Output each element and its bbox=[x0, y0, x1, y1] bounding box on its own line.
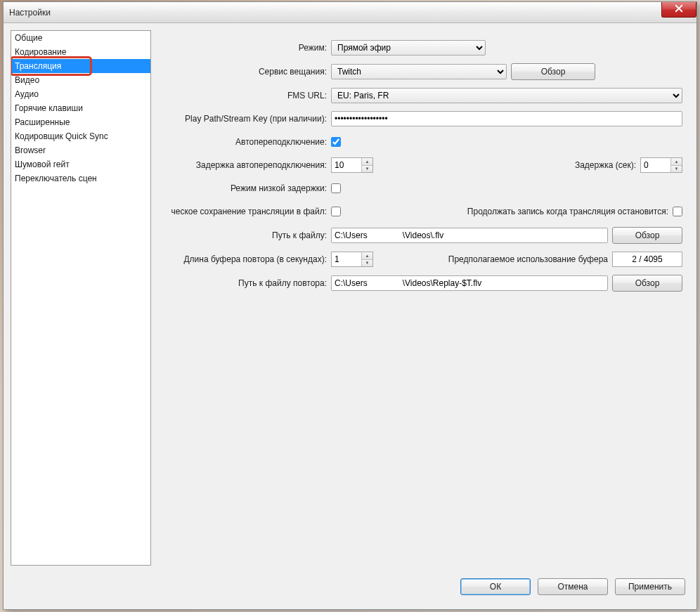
sidebar-item-audio[interactable]: Аудио bbox=[11, 87, 150, 101]
replaypath-label: Путь к файлу повтора: bbox=[157, 278, 331, 288]
savefile-label: ческое сохранение трансляции в файл: bbox=[157, 207, 331, 216]
lowlatency-checkbox[interactable] bbox=[331, 183, 341, 193]
cancel-button[interactable]: Отмена bbox=[538, 578, 608, 595]
sidebar-item-video[interactable]: Видео bbox=[11, 73, 150, 87]
reconnect-delay-spinner[interactable]: ▲ ▼ bbox=[331, 157, 373, 173]
ok-button[interactable]: ОК bbox=[460, 578, 531, 595]
spinner-down-icon[interactable]: ▼ bbox=[362, 166, 372, 173]
bufferlen-spinner[interactable]: ▲ ▼ bbox=[331, 252, 373, 267]
spinner-up-icon[interactable]: ▲ bbox=[362, 158, 372, 166]
service-select[interactable]: Twitch bbox=[331, 64, 507, 79]
savefile-checkbox[interactable] bbox=[331, 207, 341, 216]
delay-sec-input[interactable] bbox=[641, 158, 670, 172]
mode-select[interactable]: Прямой эфир bbox=[331, 40, 486, 56]
bufferlen-input[interactable] bbox=[332, 252, 361, 266]
sidebar-item-advanced[interactable]: Расширенные bbox=[11, 115, 150, 129]
lowlatency-label: Режим низкой задержки: bbox=[157, 183, 331, 193]
settings-window: Настройки Общие Кодирование Трансляция В… bbox=[3, 1, 697, 610]
buffer-usage-display: 2 / 4095 bbox=[612, 252, 682, 267]
titlebar[interactable]: Настройки bbox=[4, 2, 696, 23]
sidebar-item-broadcast[interactable]: Трансляция bbox=[11, 59, 150, 73]
close-icon bbox=[675, 4, 683, 15]
apply-button[interactable]: Применить bbox=[615, 578, 685, 595]
bufferlen-label: Длина буфера повтора (в секундах): bbox=[157, 254, 331, 264]
sidebar: Общие Кодирование Трансляция Видео Аудио… bbox=[11, 30, 151, 566]
delay-sec-label: Задержка (сек): bbox=[575, 160, 636, 170]
close-button[interactable] bbox=[661, 2, 696, 18]
fms-select[interactable]: EU: Paris, FR bbox=[331, 88, 682, 103]
sidebar-item-hotkeys[interactable]: Горячие клавиши bbox=[11, 101, 150, 115]
reconnect-delay-input[interactable] bbox=[332, 158, 361, 172]
client-area: Общие Кодирование Трансляция Видео Аудио… bbox=[4, 23, 696, 609]
replaypath-browse-button[interactable]: Обзор bbox=[612, 275, 682, 292]
autoreconnect-checkbox[interactable] bbox=[331, 137, 341, 147]
fms-label: FMS URL: bbox=[157, 91, 331, 100]
spinner-down-icon[interactable]: ▼ bbox=[671, 166, 682, 173]
form-area: Режим: Прямой эфир Сервис вещания: Twitc… bbox=[157, 30, 689, 566]
dialog-footer: ОК Отмена Применить bbox=[11, 571, 689, 602]
spinner-up-icon[interactable]: ▲ bbox=[362, 252, 372, 260]
sidebar-item-encoding[interactable]: Кодирование bbox=[11, 45, 150, 59]
mode-label: Режим: bbox=[157, 43, 331, 53]
keeprecording-checkbox[interactable] bbox=[673, 207, 682, 216]
keeprecording-label: Продолжать запись когда трансляция остан… bbox=[467, 207, 668, 216]
autoreconnect-label: Автопереподключение: bbox=[157, 137, 331, 147]
delay-sec-spinner[interactable]: ▲ ▼ bbox=[640, 157, 682, 173]
service-label: Сервис вещания: bbox=[157, 67, 331, 77]
main-area: Общие Кодирование Трансляция Видео Аудио… bbox=[11, 30, 689, 566]
service-browse-button[interactable]: Обзор bbox=[511, 63, 595, 80]
filepath-input[interactable] bbox=[331, 228, 608, 243]
reconnect-delay-label: Задержка автопереподключения: bbox=[157, 160, 331, 170]
spinner-down-icon[interactable]: ▼ bbox=[362, 260, 372, 267]
replaypath-input[interactable] bbox=[331, 275, 608, 291]
window-title: Настройки bbox=[9, 8, 51, 18]
sidebar-item-quicksync[interactable]: Кодировщик Quick Sync bbox=[11, 129, 150, 143]
sidebar-item-browser[interactable]: Browser bbox=[11, 143, 150, 157]
playpath-label: Play Path/Stream Key (при наличии): bbox=[157, 114, 331, 124]
buffer-usage-value: 2 / 4095 bbox=[632, 254, 662, 264]
sidebar-item-general[interactable]: Общие bbox=[11, 31, 150, 45]
sidebar-item-noisegate[interactable]: Шумовой гейт bbox=[11, 157, 150, 171]
bufferest-label: Предполагаемое использование буфера bbox=[448, 254, 608, 264]
spinner-up-icon[interactable]: ▲ bbox=[671, 158, 682, 166]
sidebar-item-label: Трансляция bbox=[15, 61, 61, 71]
filepath-label: Путь к файлу: bbox=[157, 230, 331, 240]
filepath-browse-button[interactable]: Обзор bbox=[612, 227, 682, 244]
sidebar-item-scenesw[interactable]: Переключатель сцен bbox=[11, 171, 150, 185]
stream-key-input[interactable] bbox=[331, 111, 682, 126]
